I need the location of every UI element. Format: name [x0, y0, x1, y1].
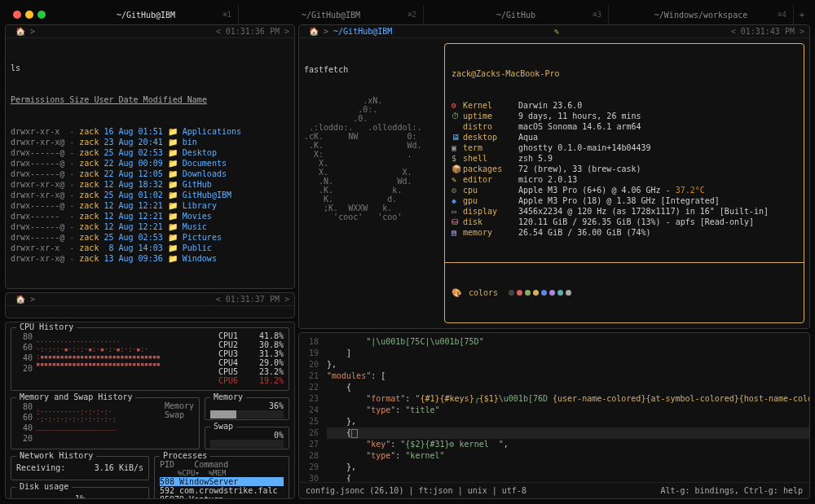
list-item[interactable]: drwxr-xr-x@ - zack 25 Aug 01:02 📁 GitHub… — [11, 190, 289, 200]
sysinfo-host: zack@Zacks-MacBook-Pro — [452, 68, 797, 79]
cwd-path: ~/GitHub@IBM — [333, 27, 392, 36]
mem-graph: :··········:·:·:·:··:·:·:·:·:·:·:·:·:·:_… — [36, 401, 161, 445]
list-item[interactable]: drwx------@ - zack 12 Aug 12:21 📁 Music — [11, 221, 289, 232]
editor-line[interactable]: 21"modules": [ — [299, 370, 809, 382]
list-item[interactable]: drwx------@ - zack 25 Aug 02:53 📁 Pictur… — [11, 232, 289, 243]
close-icon[interactable] — [13, 11, 21, 19]
editor-status-bar: config.jsonc (26,10) | ft:json | unix | … — [299, 482, 809, 498]
panel-title: Processes — [160, 451, 210, 460]
panel-title: Memory and Swap History — [16, 392, 135, 401]
cpu-item: CPU429.0% — [218, 358, 284, 367]
sysinfo-row: ▤memory26.54 GiB / 36.00 GiB (74%) — [452, 227, 797, 238]
pane-ls[interactable]: 🏠 > < 01:31:36 PM > ls Permissions Size … — [5, 24, 295, 289]
home-icon: 🏠 — [15, 295, 25, 304]
sysinfo-row: ⛁disk120.11 GiB / 926.35 GiB (13%) - apf… — [452, 217, 797, 227]
panel-title: CPU History — [16, 322, 77, 331]
disk-value: 1% — [16, 494, 143, 499]
home-icon: 🏠 — [309, 27, 319, 36]
panel-title: Swap — [210, 422, 236, 431]
ls-header: Permissions Size User Date Modified Name — [11, 94, 289, 105]
cpu-item: CPU523.2% — [218, 367, 284, 376]
pane-fastfetch[interactable]: 🏠 > ~/GitHub@IBM ✎ < 01:31:43 PM > fastf… — [298, 24, 810, 329]
color-swatch — [549, 290, 555, 296]
cpu-item: CPU619.2% — [218, 376, 284, 385]
sysinfo-row: ▣termghostty 0.1.0-main+14b04439 — [452, 142, 797, 153]
panel-title: Network History — [16, 451, 96, 460]
list-item[interactable]: drwx------@ - zack 22 Aug 00:09 📁 Docume… — [11, 158, 289, 169]
list-item[interactable]: drwx------@ - zack 25 Aug 02:53 📁 Deskto… — [11, 147, 289, 158]
color-swatch — [541, 290, 547, 296]
zoom-icon[interactable] — [37, 11, 46, 19]
list-item[interactable]: drwxr-xr-x@ - zack 12 Aug 18:32 📁 GitHub — [11, 179, 289, 190]
list-item[interactable]: drwxr-xr-x - zack 16 Aug 01:51 📁 Applica… — [11, 126, 289, 137]
sysinfo-row: ▭display3456x2234 @ 120 Hz (as 1728x1117… — [452, 206, 797, 217]
tab[interactable]: ~/Windows/workspace⌘4 — [609, 5, 794, 24]
editor-line[interactable]: 30 { — [299, 473, 809, 482]
pane-time: < 01:31:36 PM > — [216, 27, 289, 36]
sysinfo-row: $shellzsh 5.9 — [452, 153, 797, 164]
color-swatch — [557, 290, 563, 296]
editor-line[interactable]: 19 ] — [299, 348, 809, 359]
list-item[interactable]: drwx------ - zack 12 Aug 12:21 📁 Movies — [11, 211, 289, 221]
tab[interactable]: ~/GitHub⌘3 — [424, 5, 609, 24]
editor-line[interactable]: 20}, — [299, 359, 809, 370]
table-row[interactable]: 592 com.crowdstrike.falc — [160, 486, 284, 495]
swap-pct: 0% — [274, 431, 284, 440]
command-text: fastfetch — [304, 64, 434, 75]
minimize-icon[interactable] — [25, 11, 33, 19]
color-swatch — [533, 290, 539, 296]
editor-line[interactable]: 29 }, — [299, 462, 809, 473]
panel-title: Memory — [210, 392, 246, 401]
pane-time: < 01:31:37 PM > — [216, 295, 289, 304]
cpu-item: CPU141.8% — [218, 331, 284, 340]
list-item[interactable]: drwxr-xr-x@ - zack 23 Aug 20:41 📁 bin — [11, 137, 289, 147]
network-value: 3.16 KiB/s — [95, 463, 143, 472]
table-row[interactable]: 508 WindowServer — [160, 477, 284, 486]
editor-line[interactable]: 25 }, — [299, 416, 809, 427]
sysinfo-row: ⏱uptime9 days, 11 hours, 26 mins — [452, 111, 797, 121]
sysinfo-row: 📦packages72 (brew), 33 (brew-cask) — [452, 164, 797, 174]
tab-bar: ~/GitHub@IBM⌘1~/GitHub@IBM⌘2~/GitHub⌘3~/… — [5, 5, 810, 24]
editor-line[interactable]: 22 { — [299, 382, 809, 393]
editor-line[interactable]: 18 "|\u001b[75C|\u001b[75D" — [299, 336, 809, 348]
ascii-logo: .xN. .0:. .0. .:loddo:. .olloddol:. .cK.… — [304, 96, 434, 221]
list-item[interactable]: drwxr-xr-x - zack 8 Aug 14:03 📁 Public — [11, 243, 289, 253]
colors-label: colors — [469, 287, 498, 298]
color-swatch — [525, 290, 531, 296]
sysinfo-row: distromacOS Sonoma 14.6.1 arm64 — [452, 121, 797, 132]
editor-line[interactable]: 24 "type": "title" — [299, 405, 809, 416]
network-label: Receiving: — [16, 463, 65, 472]
pane-time: < 01:31:43 PM > — [731, 27, 804, 36]
sysinfo-row: ✎editormicro 2.0.13 — [452, 174, 797, 185]
tab[interactable]: ~/GitHub@IBM⌘2 — [239, 5, 424, 24]
pane-prompt[interactable]: 🏠 > < 01:31:37 PM > — [5, 292, 295, 318]
sysinfo-row: ⊙cpuApple M3 Pro (6+6) @ 4.06 GHz - 37.2… — [452, 185, 797, 195]
window-controls — [5, 11, 54, 19]
editor-line[interactable]: 28 "type": "kernel" — [299, 450, 809, 462]
home-icon: 🏠 — [15, 27, 25, 36]
tab[interactable]: ~/GitHub@IBM⌘1 — [54, 5, 239, 24]
pane-monitor[interactable]: CPU History 80 60 40 20 ················… — [5, 322, 295, 499]
sysinfo-row: 🖥desktopAqua — [452, 132, 797, 142]
color-swatch — [517, 290, 522, 296]
editor-line[interactable]: 23 "format": "{#1}{#keys}╭{$1}\u001b[76D… — [299, 393, 809, 405]
sysinfo-box: zack@Zacks-MacBook-Pro ⚙KernelDarwin 23.… — [444, 43, 804, 323]
table-row[interactable]: 85979 Ventura — [160, 495, 284, 499]
color-swatch — [509, 290, 514, 296]
editor-line[interactable]: 27 "key": "{$2}{#31}⚙ kernel ", — [299, 439, 809, 450]
panel-title: Disk usage — [16, 482, 72, 491]
list-item[interactable]: drwx------@ - zack 22 Aug 12:05 📁 Downlo… — [11, 169, 289, 179]
editor-line[interactable]: 26 { — [299, 427, 809, 439]
sysinfo-row: ◈gpuApple M3 Pro (18) @ 1.38 GHz [Integr… — [452, 195, 797, 206]
new-tab-button[interactable]: + — [794, 11, 810, 20]
cpu-item: CPU230.8% — [218, 340, 284, 349]
list-item[interactable]: drwxr-xr-x@ - zack 13 Aug 09:36 📁 Window… — [11, 253, 289, 264]
cpu-graph: ······················:·:·:·▪·:·:·▪:·▪·:… — [36, 331, 215, 387]
pane-editor[interactable]: 18 "|\u001b[75C|\u001b[75D"19 ]20},21"mo… — [298, 332, 810, 499]
status-left: config.jsonc (26,10) | ft:json | unix | … — [306, 486, 526, 495]
legend-memory: Memory — [165, 401, 194, 410]
list-item[interactable]: drwx------@ - zack 12 Aug 12:21 📁 Librar… — [11, 200, 289, 211]
legend-swap: Swap — [165, 410, 194, 419]
color-swatch — [566, 290, 571, 296]
memory-pct: 36% — [269, 401, 284, 410]
